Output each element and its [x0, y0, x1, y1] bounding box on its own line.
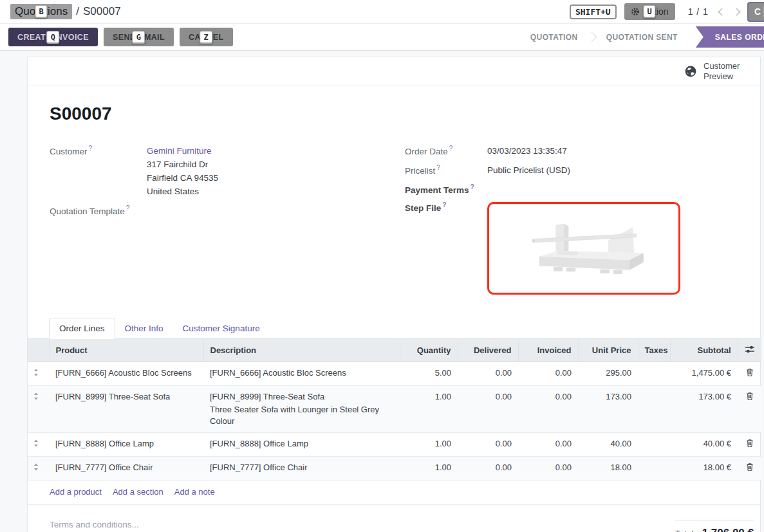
add-a-note-link[interactable]: Add a note [174, 487, 215, 497]
add-a-product-link[interactable]: Add a product [50, 487, 102, 497]
optional-columns-header [738, 339, 761, 362]
accesskey-hint-u: U [644, 5, 656, 18]
sliders-icon[interactable] [745, 345, 755, 354]
cell-description[interactable]: [FURN_8999] Three-Seat SofaThree Seater … [203, 385, 400, 432]
order-lines-table: Product Description Quantity Delivered I… [28, 339, 761, 481]
customer-address-line3: United States [147, 185, 218, 198]
field-customer: Customer? Gemini Furniture 317 Fairchild… [50, 144, 405, 198]
cutoff-corner-label: C [754, 6, 761, 17]
cell-taxes[interactable] [638, 432, 670, 456]
field-column-left: Customer? Gemini Furniture 317 Fairchild… [50, 144, 405, 300]
cell-unit-price[interactable]: 295.00 [578, 362, 638, 385]
cell-delivered[interactable]: 0.00 [458, 456, 518, 480]
cell-description[interactable]: [FURN_7777] Office Chair [203, 456, 400, 480]
drag-handle-icon[interactable] [28, 432, 49, 456]
help-icon: ? [442, 201, 446, 208]
field-step-file: Step File? [405, 201, 738, 295]
help-icon: ? [126, 205, 130, 212]
table-header-row: Product Description Quantity Delivered I… [28, 339, 761, 362]
delete-row-button[interactable] [738, 385, 761, 432]
shortcut-badge: SHIFT+U [570, 5, 617, 19]
delete-row-button[interactable] [738, 362, 761, 385]
help-icon: ? [471, 183, 474, 190]
step-file-preview-box[interactable] [487, 202, 680, 295]
pager-previous-icon[interactable] [718, 8, 726, 16]
help-icon: ? [436, 164, 440, 171]
cell-delivered[interactable]: 0.00 [458, 362, 518, 385]
cell-description[interactable]: [FURN_8888] Office Lamp [203, 432, 400, 456]
handle-column-header [28, 339, 49, 362]
accesskey-hint-b: B [35, 5, 47, 18]
cell-description[interactable]: [FURN_6666] Acoustic Bloc Screens [203, 362, 400, 385]
order-date-label: Order Date? [405, 144, 487, 158]
drag-handle-icon[interactable] [28, 362, 49, 385]
cell-quantity[interactable]: 1.00 [400, 385, 458, 432]
cell-taxes[interactable] [638, 385, 670, 432]
customer-preview-button[interactable]: Customer Preview [28, 57, 760, 86]
delete-row-button[interactable] [738, 432, 761, 456]
tab-other-info[interactable]: Other Info [115, 318, 173, 338]
top-nav-bar: Quotations B / S00007 SHIFT+U Action U 1… [0, 0, 764, 24]
nav-right-group: SHIFT+U Action U 1 / 1 C [570, 2, 764, 22]
help-icon: ? [89, 145, 93, 152]
action-buttons-group: CREATE INVOICE Q SEND EMAIL G CANCEL Z [8, 28, 233, 46]
cell-invoiced[interactable]: 0.00 [518, 385, 578, 432]
cell-product[interactable]: [FURN_6666] Acoustic Bloc Screens [49, 362, 203, 385]
create-invoice-button[interactable]: CREATE INVOICE Q [8, 28, 98, 46]
cell-unit-price[interactable]: 173.00 [578, 385, 638, 432]
cell-invoiced[interactable]: 0.00 [518, 432, 578, 456]
cutoff-corner-button[interactable]: C [747, 2, 764, 22]
order-sheet: Customer Preview S00007 Customer? Gemini… [27, 57, 761, 532]
page-title: S00007 [50, 104, 738, 124]
tab-customer-signature[interactable]: Customer Signature [173, 318, 270, 338]
add-a-section-link[interactable]: Add a section [113, 487, 163, 497]
delete-row-button[interactable] [738, 456, 761, 480]
pricelist-value: Public Pricelist (USD) [487, 163, 570, 177]
pager-next-icon[interactable] [732, 8, 741, 16]
terms-placeholder[interactable]: Terms and conditions... [50, 520, 139, 532]
total-label: Total: [675, 529, 696, 532]
cell-quantity[interactable]: 1.00 [400, 432, 458, 456]
breadcrumb-current: S00007 [83, 5, 121, 18]
breadcrumb-separator: / [76, 5, 79, 18]
cell-invoiced[interactable]: 0.00 [518, 456, 578, 480]
cell-delivered[interactable]: 0.00 [458, 432, 518, 456]
cell-invoiced[interactable]: 0.00 [518, 362, 578, 385]
step-file-label: Step File? [405, 201, 487, 295]
cell-product[interactable]: [FURN_7777] Office Chair [49, 456, 203, 480]
cell-unit-price[interactable]: 40.00 [578, 432, 638, 456]
customer-label: Customer? [50, 144, 147, 198]
cell-taxes[interactable] [638, 362, 670, 385]
cell-delivered[interactable]: 0.00 [458, 385, 518, 432]
cell-subtotal: 18.00 € [670, 456, 738, 480]
globe-icon [684, 65, 697, 78]
content-area: Customer Preview S00007 Customer? Gemini… [0, 51, 764, 532]
stage-quotation[interactable]: QUOTATION [516, 26, 592, 48]
cancel-button[interactable]: CANCEL Z [180, 28, 232, 46]
table-row: [FURN_8999] Three-Seat Sofa [FURN_8999] … [28, 385, 761, 432]
order-date-value: 03/03/2023 13:35:47 [487, 144, 567, 158]
cell-product[interactable]: [FURN_8999] Three-Seat Sofa [49, 385, 203, 432]
cell-unit-price[interactable]: 18.00 [578, 456, 638, 480]
gear-icon [631, 7, 640, 16]
stage-quotation-sent[interactable]: QUOTATION SENT [592, 26, 692, 48]
drag-handle-icon[interactable] [28, 456, 49, 480]
table-row: [FURN_8888] Office Lamp [FURN_8888] Offi… [28, 432, 761, 456]
cell-product[interactable]: [FURN_8888] Office Lamp [49, 432, 203, 456]
tab-order-lines[interactable]: Order Lines [49, 318, 115, 339]
breadcrumb-quotations[interactable]: Quotations B [10, 4, 72, 19]
column-unit-price: Unit Price [578, 339, 638, 362]
field-grid: Customer? Gemini Furniture 317 Fairchild… [50, 144, 738, 300]
stage-sales-order[interactable]: SALES ORDER [696, 26, 764, 48]
pricelist-label: Pricelist? [405, 163, 487, 177]
cell-quantity[interactable]: 5.00 [400, 362, 458, 385]
field-column-right: Order Date? 03/03/2023 13:35:47 Pricelis… [405, 144, 738, 300]
send-email-button[interactable]: SEND EMAIL G [104, 28, 174, 46]
drag-handle-icon[interactable] [28, 385, 49, 432]
sheet-body: S00007 Customer? Gemini Furniture 317 Fa… [28, 86, 760, 300]
customer-link[interactable]: Gemini Furniture [147, 146, 212, 156]
cell-quantity[interactable]: 1.00 [400, 456, 458, 480]
cell-taxes[interactable] [638, 456, 670, 480]
action-menu-button[interactable]: Action U [624, 3, 675, 20]
customer-value: Gemini Furniture 317 Fairchild Dr Fairfi… [147, 144, 218, 198]
